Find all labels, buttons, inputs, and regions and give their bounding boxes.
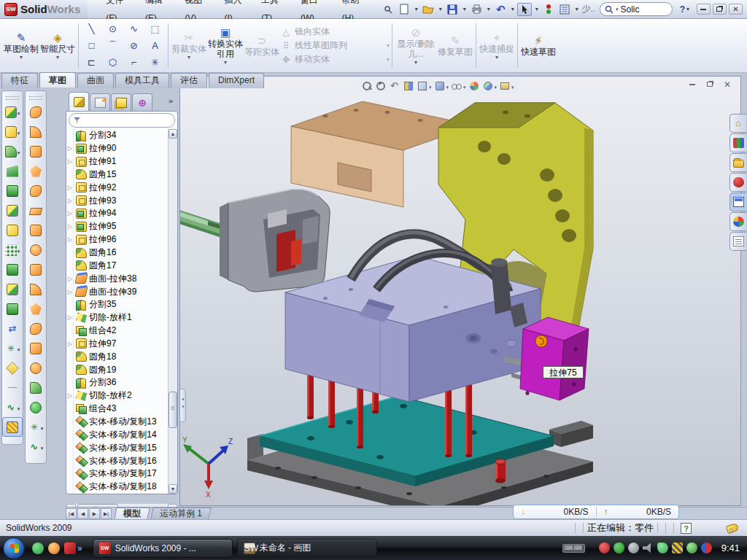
heads-up-button[interactable] xyxy=(434,80,449,92)
tree-item[interactable]: 切除-放样1 xyxy=(66,311,168,324)
taskbar-task-button[interactable]: SWSolidWorks 2009 - ... xyxy=(93,539,233,558)
tab-nav-button[interactable]: |◀ xyxy=(66,508,77,519)
toolbar-button[interactable] xyxy=(26,279,46,299)
tree-item[interactable]: 实体-移动/复制13 xyxy=(66,416,168,429)
toolbar-button[interactable] xyxy=(26,102,46,122)
toolbar-button[interactable] xyxy=(26,161,46,181)
health-shield-tray-icon[interactable] xyxy=(686,542,697,553)
save-icon[interactable] xyxy=(445,3,460,16)
sketch-entity-button[interactable]: ⬚ xyxy=(144,20,166,37)
toolbar-button[interactable] xyxy=(26,397,46,417)
select-tool-icon[interactable] xyxy=(517,3,532,16)
toolbar-button[interactable] xyxy=(26,181,46,201)
print-icon[interactable] xyxy=(469,3,484,16)
heads-up-button[interactable] xyxy=(361,80,373,92)
restore-button[interactable] xyxy=(713,4,727,15)
model-tab[interactable]: 模型 xyxy=(114,508,150,519)
tree-item[interactable]: 圆角18 xyxy=(66,350,168,363)
file-explorer-tab[interactable] xyxy=(729,153,746,172)
quick-launch-overflow-icon[interactable]: » xyxy=(77,543,82,553)
heads-up-button[interactable] xyxy=(468,80,480,92)
convert-caret-icon[interactable]: ▾ xyxy=(224,59,227,65)
tree-filter-input[interactable] xyxy=(69,113,175,128)
sketch-entity-button[interactable]: ⬡ xyxy=(102,54,123,71)
move-entities-button[interactable]: ✥移动实体▾ xyxy=(280,53,390,66)
close-button[interactable]: ✕ xyxy=(729,4,743,15)
new-caret-icon[interactable]: ▾ xyxy=(413,6,419,12)
tree-item[interactable]: 曲面-拉伸39 xyxy=(66,285,168,298)
expander-icon[interactable] xyxy=(68,198,74,204)
trim-caret-icon[interactable]: ▾ xyxy=(187,54,190,60)
tree-item[interactable]: 曲面-拉伸38 xyxy=(66,272,168,285)
print-caret-icon[interactable]: ▾ xyxy=(485,6,492,12)
command-tab[interactable]: 模具工具 xyxy=(115,73,169,88)
status-help-icon[interactable]: ? xyxy=(681,523,692,534)
toolbar-button[interactable] xyxy=(26,299,46,319)
toolbar-button[interactable] xyxy=(2,201,23,220)
tab-nav-button[interactable]: ◀ xyxy=(77,508,88,519)
sketch-entity-button[interactable]: ⌐ xyxy=(123,54,144,71)
model-tab[interactable]: 运动算例 1 xyxy=(150,508,211,519)
sketch-entity-button[interactable]: ⊘ xyxy=(123,37,144,54)
configurationmanager-tab[interactable] xyxy=(111,93,131,111)
tree-item[interactable]: 实体-移动/复制17 xyxy=(66,467,168,481)
toolbar-button[interactable] xyxy=(2,141,23,161)
toolbar-button[interactable] xyxy=(26,260,46,279)
toolbar-button[interactable] xyxy=(26,437,46,456)
app-quicklaunch-icon[interactable] xyxy=(48,542,60,554)
toolbar-button[interactable] xyxy=(26,122,46,141)
quick-snaps-caret-icon[interactable]: ▾ xyxy=(495,54,498,60)
heads-up-button[interactable] xyxy=(375,80,387,92)
command-tab[interactable]: 曲面 xyxy=(77,73,114,88)
taskbar-clock[interactable]: 9:41 xyxy=(721,542,740,553)
command-tab[interactable]: DimXpert xyxy=(209,73,264,88)
undo-icon[interactable]: ↶ xyxy=(493,3,508,16)
toolbar-button[interactable] xyxy=(2,102,23,122)
smart-dimension-caret-icon[interactable]: ▾ xyxy=(56,54,59,60)
graphics-viewport[interactable]: Y Z X ✕ 拉伸75 xyxy=(179,76,741,506)
design-library-tab[interactable] xyxy=(729,133,746,152)
tree-item[interactable]: 拉伸91 xyxy=(66,155,168,168)
toolbar-button[interactable] xyxy=(26,319,46,338)
tree-item[interactable]: 拉伸92 xyxy=(66,181,168,194)
magenta-block-part[interactable] xyxy=(520,317,589,400)
toolbar-button[interactable] xyxy=(26,338,46,358)
doc-close-button[interactable]: ✕ xyxy=(720,79,735,90)
sketch-entity-button[interactable]: □ xyxy=(81,37,102,54)
custom-properties-tab[interactable] xyxy=(729,232,746,251)
options-icon[interactable] xyxy=(557,3,572,16)
smart-dimension-button[interactable]: ◈ 智能尺寸▾ xyxy=(39,20,76,71)
toolbar-button[interactable] xyxy=(2,299,23,319)
trim-entities-button[interactable]: ✂ 剪裁实体▾ xyxy=(171,20,207,71)
solidworks-quicklaunch-icon[interactable] xyxy=(64,542,76,554)
open-caret-icon[interactable]: ▾ xyxy=(437,6,444,12)
linear-sketch-pattern-button[interactable]: ⠿线性草图阵列▾ xyxy=(280,39,390,52)
rapid-sketch-button[interactable]: ⚡ 快速草图 xyxy=(520,20,557,71)
sketch-entity-button[interactable]: ╲ xyxy=(81,20,102,37)
heads-up-button[interactable] xyxy=(451,80,466,92)
tree-item[interactable]: 分割36 xyxy=(66,376,168,389)
expander-icon[interactable] xyxy=(68,289,74,295)
convert-entities-button[interactable]: ▣ 转换实体引用▾ xyxy=(207,20,244,71)
tree-vertical-scrollbar[interactable]: ▲ ▼ xyxy=(168,129,177,494)
heads-up-button[interactable] xyxy=(403,80,414,92)
tree-item[interactable]: 组合43 xyxy=(66,402,168,416)
sketch-entity-button[interactable]: ⊏ xyxy=(81,54,102,71)
tree-item[interactable]: 组合42 xyxy=(66,324,168,338)
sketch-entity-button[interactable]: A xyxy=(144,37,166,54)
keyboard-layout-icon[interactable]: ⌨⌨ xyxy=(562,544,585,553)
expander-icon[interactable] xyxy=(68,276,74,282)
expander-icon[interactable] xyxy=(68,341,74,347)
help-caret-icon[interactable]: ▾ xyxy=(685,6,691,12)
heads-up-button[interactable] xyxy=(499,80,514,92)
expander-icon[interactable] xyxy=(68,158,74,165)
tree-item[interactable]: 拉伸90 xyxy=(66,142,168,155)
dimxpertmanager-tab[interactable] xyxy=(132,93,152,111)
toolbar-button[interactable] xyxy=(2,417,23,437)
tree-item[interactable]: 切除-放样2 xyxy=(66,389,168,402)
tree-item[interactable]: 拉伸96 xyxy=(66,233,168,246)
toolbar-button[interactable] xyxy=(2,358,23,378)
tree-item[interactable]: 实体-移动/复制16 xyxy=(66,454,168,467)
heads-up-button[interactable] xyxy=(389,80,400,92)
sketch-entity-button[interactable]: ⌒ xyxy=(102,37,123,54)
